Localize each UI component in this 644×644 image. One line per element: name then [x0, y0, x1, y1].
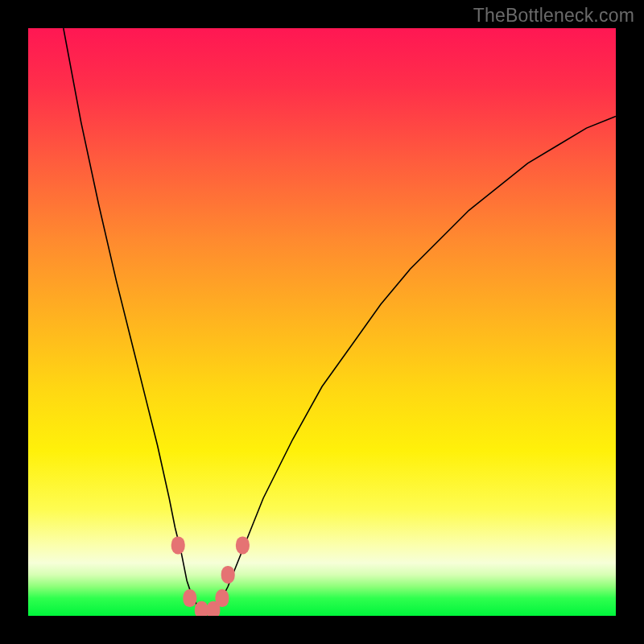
curve-marker	[215, 589, 229, 607]
curve-marker	[236, 536, 250, 554]
curve-marker	[195, 601, 208, 616]
curve-markers	[171, 536, 250, 616]
plot-area	[28, 28, 616, 616]
watermark-text: TheBottleneck.com	[473, 5, 634, 27]
curve-marker	[171, 536, 185, 554]
curve-marker	[183, 589, 196, 607]
bottleneck-curve	[64, 28, 616, 610]
chart-canvas: TheBottleneck.com	[0, 0, 644, 644]
curve-svg	[28, 28, 616, 616]
curve-marker	[221, 566, 235, 584]
